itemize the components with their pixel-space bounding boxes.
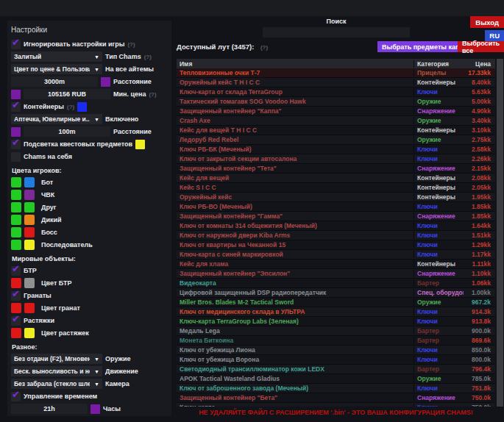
- help-icon[interactable]: (?): [149, 91, 156, 98]
- weapon-dropdown[interactable]: Без отдачи (F2), Мгновенное п ▼: [11, 354, 102, 364]
- loot-table-row[interactable]: Кейс для вещей T H I C CКонтейнеры3.10kk: [177, 126, 495, 135]
- player-color-swatch-1[interactable]: [11, 190, 21, 200]
- hours-color-swatch[interactable]: [90, 404, 100, 414]
- btr-color-swatch-1[interactable]: [11, 278, 21, 288]
- grenade-color-swatch-2[interactable]: [24, 303, 35, 313]
- help-icon[interactable]: (?): [144, 54, 152, 60]
- loot-table-row[interactable]: Оружейный кейсКонтейнеры1.95kk: [177, 193, 495, 202]
- loot-table-row[interactable]: Crash AxeОружие3.40kk: [177, 116, 495, 126]
- color-mode-dropdown[interactable]: Цвет по цене & Пользователь ▼: [11, 64, 102, 74]
- loot-table-row[interactable]: Ключ-картаКлючи750.0k: [177, 403, 495, 407]
- loot-table-row[interactable]: Защищенный контейнер "Каппа"Снаряжение4.…: [177, 107, 495, 116]
- loot-table-row[interactable]: Кейс для вещейКонтейнеры2.08kk: [177, 174, 495, 183]
- loot-table-row[interactable]: Ледоруб Red RebelОружие2.75kk: [177, 135, 495, 145]
- containers-color-swatch[interactable]: [77, 102, 87, 112]
- player-color-swatch-1[interactable]: [11, 202, 21, 212]
- loot-table-row[interactable]: Оружейный кейс T H I C CКонтейнеры8.40kk: [177, 78, 495, 87]
- movement-dropdown[interactable]: Беск. выносливость и нет уста ▼: [11, 366, 102, 376]
- loot-table-row[interactable]: Ключ от наружной двери Kiba ArmsКлючи1.5…: [177, 231, 495, 240]
- drop-all-button[interactable]: Выбросить все: [458, 41, 504, 52]
- quest-highlight-color-swatch[interactable]: [135, 140, 145, 149]
- category-filter-dropdown[interactable]: Аптечка, Ювелирные и... ▼: [11, 114, 102, 124]
- title-bar[interactable]: [0, 0, 504, 16]
- loot-table-row[interactable]: Защищенный контейнер "Бета"Снаряжение750…: [177, 393, 495, 403]
- movement-row: Беск. выносливость и нет уста ▼ Движение: [11, 366, 168, 376]
- player-color-swatch-2[interactable]: [24, 190, 35, 200]
- loot-table-row[interactable]: Кейс S I C CКонтейнеры2.05kk: [177, 183, 495, 193]
- search-input[interactable]: [263, 27, 410, 37]
- loot-table-row[interactable]: Ключ от закрытой секции автосалонаКлючи2…: [177, 154, 495, 164]
- loot-table-row[interactable]: Ключ от заброшенного завода (Меченый)Клю…: [177, 384, 495, 393]
- player-color-swatch-2[interactable]: [24, 227, 35, 237]
- loot-table-row[interactable]: Ключ РБ-ВО (Меченый)Ключи1.85kk: [177, 202, 495, 212]
- loot-table-row[interactable]: ВидеокартаБартер1.06kk: [177, 279, 495, 288]
- help-icon[interactable]: (?): [260, 44, 268, 51]
- loot-table-row[interactable]: Ключ от квартиры на Чеканной 15Ключи1.29…: [177, 240, 495, 250]
- help-icon[interactable]: (?): [127, 41, 135, 48]
- tripwires-checkbox[interactable]: ✔: [11, 316, 21, 326]
- player-color-swatch-2[interactable]: [24, 177, 35, 187]
- player-color-swatch-1[interactable]: [11, 227, 21, 237]
- min-price-input[interactable]: 105156 RUB: [24, 89, 110, 99]
- item-name: APOK Tactical Wasteland Gladius: [177, 375, 414, 382]
- loot-table-row[interactable]: Защищенный контейнер "Эпсилон"Снаряжение…: [177, 269, 495, 279]
- color-mode-value: Цвет по цене & Пользователь: [14, 65, 90, 73]
- exit-button[interactable]: Выход: [470, 16, 504, 28]
- tripwire-color-swatch-1[interactable]: [11, 328, 21, 338]
- player-color-swatch-1[interactable]: [11, 215, 21, 225]
- player-colors-list: БотЧВКДругДикийБоссПоследователь: [11, 177, 168, 250]
- grenade-color-swatch-1[interactable]: [11, 303, 21, 313]
- item-name: Ключ-карта от склада TerraGroup: [177, 88, 414, 96]
- column-header-name[interactable]: Имя: [177, 60, 414, 68]
- btr-color-swatch-2[interactable]: [24, 278, 35, 288]
- min-price-color-swatch[interactable]: [11, 90, 21, 99]
- ignore-game-settings-checkbox[interactable]: ✔: [11, 40, 21, 49]
- distance-color-swatch[interactable]: [101, 77, 110, 87]
- help-icon[interactable]: (?): [67, 104, 74, 110]
- loot-table-row[interactable]: Кейс для хламаКонтейнеры1.11kk: [177, 260, 495, 269]
- loot-table-row[interactable]: Ключ от медицинского склада в УЛЬТРАКлюч…: [177, 307, 495, 317]
- loot-distance-input[interactable]: 100m: [24, 126, 110, 137]
- loot-table-row[interactable]: Miller Bros. Blades M-2 Tactical SwordОр…: [177, 298, 495, 307]
- player-color-swatch-2[interactable]: [24, 215, 35, 225]
- loot-table-row[interactable]: Монета БиткоинаБартер869.6k: [177, 336, 495, 346]
- item-name: Монета Биткоина: [177, 337, 414, 344]
- loot-table-row[interactable]: Цифровой защищенный DSP радиопередатчикС…: [177, 288, 495, 298]
- player-color-swatch-2[interactable]: [24, 202, 35, 212]
- self-chams-checkbox[interactable]: ✔: [11, 152, 21, 162]
- loot-table-row[interactable]: Ключ от комнаты 314 общежития (Меченый)К…: [177, 221, 495, 231]
- loot-table-row[interactable]: APOK Tactical Wasteland GladiusОружие785…: [177, 374, 495, 384]
- camera-dropdown[interactable]: Без забрала (стекло шлема) ▼: [11, 379, 102, 389]
- tripwire-color-swatch-2[interactable]: [24, 328, 35, 338]
- loot-table-row[interactable]: Медаль LegaБартер900.0k: [177, 326, 495, 336]
- player-color-swatch-1[interactable]: [11, 177, 21, 187]
- loot-table-row[interactable]: Ключ-карта с синей маркировкойКлючи1.17k…: [177, 250, 495, 260]
- table-scrollbar[interactable]: [497, 59, 503, 407]
- loot-table-row[interactable]: Ключ от убежища ВоронаКлючи800.0k: [177, 355, 495, 365]
- hours-input[interactable]: 21h: [11, 404, 88, 414]
- grenades-checkbox[interactable]: ✔: [11, 291, 21, 301]
- chams-type-dropdown[interactable]: Залитый ▼: [11, 51, 102, 62]
- loot-table-row[interactable]: Ключ от убежища ЛионаКлючи850.0k: [177, 346, 495, 355]
- loot-table-row[interactable]: Тепловизионные очки Т-7Прицелы17.33kk: [177, 68, 495, 78]
- item-category: Оружие: [414, 117, 464, 124]
- column-header-price[interactable]: Цена: [464, 60, 495, 68]
- loot-table-row[interactable]: Ключ РБ-БК (Меченый)Ключи2.58kk: [177, 145, 495, 154]
- quest-highlight-checkbox[interactable]: ✔: [11, 140, 21, 149]
- loot-distance-color-swatch[interactable]: [11, 127, 21, 137]
- loot-table-row[interactable]: Светодиодный трансиллюминатор кожи LEDXБ…: [177, 365, 495, 374]
- loot-table-row[interactable]: Ключ-карта от склада TerraGroupКлючи5.63…: [177, 87, 495, 97]
- player-color-swatch-2[interactable]: [24, 240, 35, 250]
- loot-table-row[interactable]: Защищенный контейнер "Тета"Снаряжение2.1…: [177, 164, 495, 174]
- distance-input[interactable]: 3000m: [11, 76, 98, 87]
- loot-table-row[interactable]: Тактический томагавк SOG Voodoo HawkОруж…: [177, 97, 495, 107]
- item-price: 1.85kk: [464, 212, 495, 220]
- btr-checkbox[interactable]: ✔: [11, 266, 21, 276]
- containers-checkbox[interactable]: ✔: [11, 102, 21, 112]
- column-header-category[interactable]: Категория: [414, 60, 464, 68]
- time-control-checkbox[interactable]: ✔: [11, 392, 21, 401]
- player-color-swatch-1[interactable]: [11, 240, 21, 250]
- loot-table-row[interactable]: Защищенный контейнер "Гамма"Снаряжение1.…: [177, 212, 495, 221]
- loot-table-row[interactable]: Ключ-карта TerraGroup Labs (Зеленая)Ключ…: [177, 317, 495, 326]
- item-name: Ключ РБ-ВО (Меченый): [177, 203, 414, 210]
